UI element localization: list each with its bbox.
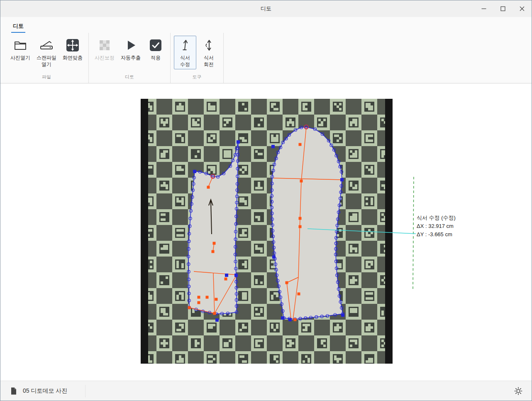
button-label: 적용	[151, 54, 161, 61]
photo-adjust-button: 사진보정	[92, 36, 117, 63]
button-label: 식서 수정	[180, 54, 190, 68]
maximize-icon	[500, 6, 505, 11]
status-filename: 05 디토데모 사진	[23, 387, 67, 395]
play-icon	[123, 38, 138, 53]
minimize-button[interactable]	[474, 0, 493, 17]
apply-button[interactable]: 적용	[144, 36, 167, 63]
fit-to-screen-button[interactable]: 화면맞춤	[60, 36, 85, 63]
title-bar: 디토	[0, 0, 532, 17]
window-controls	[474, 0, 532, 17]
annotation-delta-x: ΔX : 32.917 cm	[417, 222, 456, 230]
status-file-entry[interactable]: 05 디토데모 사진	[0, 385, 85, 397]
button-label: 스캔파일 열기	[37, 54, 56, 68]
ribbon-tab-row: 디토	[0, 17, 532, 33]
apply-check-icon	[148, 38, 163, 53]
document-icon	[11, 387, 17, 395]
grainline-rotate-icon	[201, 38, 216, 53]
app-window: 디토 디토	[0, 0, 532, 401]
work-canvas[interactable]: 식서 수정 (수정) ΔX : 32.917 cm ΔY : -3.665 cm	[0, 83, 532, 381]
ribbon-group-ditto: 사진보정 자동추출	[89, 33, 171, 83]
minimize-icon	[481, 6, 486, 11]
fit-screen-icon	[65, 38, 80, 53]
annotation-delta-y: ΔY : -3.665 cm	[417, 230, 456, 239]
photo-adjust-icon	[97, 38, 112, 53]
open-photo-button[interactable]: 사진열기	[8, 36, 33, 63]
group-label-tools: 도구	[174, 72, 220, 83]
ribbon-group-file: 사진열기 스캔파일 열기	[5, 33, 89, 83]
grainline-edit-icon	[178, 38, 193, 53]
group-label-file: 파일	[8, 72, 85, 83]
button-label: 사진보정	[95, 54, 115, 61]
grainline-annotation: 식서 수정 (수정) ΔX : 32.917 cm ΔY : -3.665 cm	[417, 214, 456, 239]
button-label: 식서 회전	[204, 54, 214, 68]
grainline-edit-button[interactable]: 식서 수정	[174, 36, 196, 69]
group-label-ditto: 디토	[92, 72, 167, 83]
button-label: 화면맞춤	[63, 54, 83, 61]
maximize-button[interactable]	[493, 0, 512, 17]
settings-gear-icon	[514, 387, 522, 395]
status-bar: 05 디토데모 사진	[0, 381, 532, 401]
close-button[interactable]	[512, 0, 532, 17]
open-scan-file-button[interactable]: 스캔파일 열기	[34, 36, 59, 69]
settings-button[interactable]	[514, 387, 532, 395]
calibration-photo	[141, 99, 393, 367]
close-icon	[520, 6, 525, 11]
button-label: 사진열기	[10, 54, 30, 61]
window-title: 디토	[0, 0, 532, 17]
folder-icon	[13, 38, 28, 53]
ribbon-tab-ditto[interactable]: 디토	[11, 20, 25, 33]
ribbon: 디토 사진열기	[0, 17, 532, 83]
pattern-piece-right	[272, 127, 343, 319]
ribbon-toolbar: 사진열기 스캔파일 열기	[0, 33, 532, 83]
button-label: 자동추출	[121, 54, 141, 61]
auto-extract-button[interactable]: 자동추출	[118, 36, 143, 63]
ribbon-group-tools: 식서 수정 식서 회전	[171, 33, 224, 83]
grainline-rotate-button[interactable]: 식서 회전	[198, 36, 220, 69]
annotation-title: 식서 수정 (수정)	[417, 214, 456, 222]
scanner-icon	[39, 38, 54, 53]
